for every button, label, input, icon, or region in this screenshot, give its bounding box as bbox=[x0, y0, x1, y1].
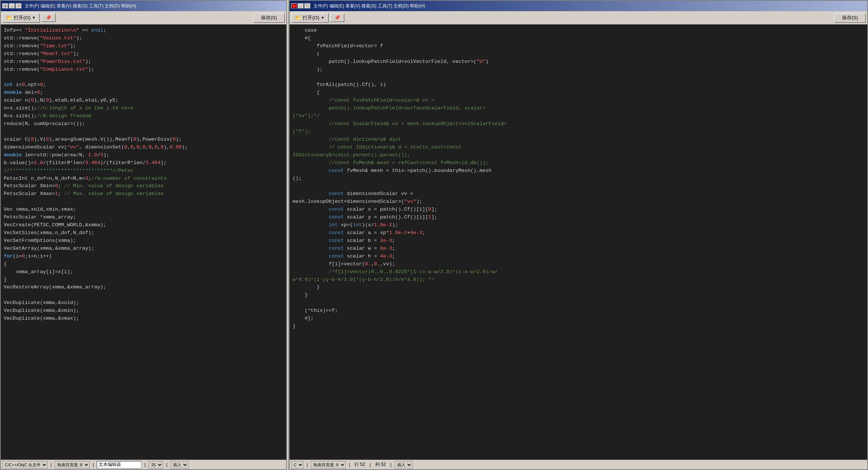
right-editor-window: ✕ _ □ 文件(F) 编辑(E) 查看(V) 搜索(S) 工具(T) 文档(D… bbox=[289, 0, 868, 470]
open-label-right: 打开(O) bbox=[303, 15, 319, 21]
left-title-bar: ✕ _ □ 文件(F) 编辑(E) 查看(V) 搜索(S) 工具(T) 文档(D… bbox=[1, 1, 286, 11]
separator2-right: | bbox=[347, 462, 351, 467]
insert-select-right[interactable]: 插入 bbox=[395, 461, 412, 469]
left-window-controls: ✕ _ □ bbox=[2, 3, 22, 9]
right-toolbar: 📂 打开(O) ▼ 📌 保存(S) bbox=[290, 11, 867, 25]
linenum-select-left[interactable]: 25 bbox=[149, 461, 163, 469]
tabwidth-select-right[interactable]: 制表符宽度: 8 bbox=[311, 461, 346, 469]
tooltip-box-left: 文本编辑器 bbox=[97, 461, 141, 469]
left-toolbar: 📂 打开(O) ▼ 📌 保存(S) bbox=[1, 11, 286, 25]
separator1-left: | bbox=[49, 462, 53, 467]
col-label-right: 列 52 bbox=[374, 461, 387, 468]
save-label-right: 保存(S) bbox=[842, 15, 858, 21]
open-dropdown-icon-left[interactable]: ▼ bbox=[32, 16, 36, 20]
line-label-right: 行 52 bbox=[353, 461, 367, 468]
left-menu-bar-title: 文件(F) 编辑(E) 查看(V) 搜索(S) 工具(T) 文档(D) 帮助(H… bbox=[25, 3, 285, 9]
separator2-left: | bbox=[91, 462, 95, 467]
right-menu-bar-title: 文件(F) 编辑(E) 查看(V) 搜索(S) 工具(T) 文档(D) 帮助(H… bbox=[313, 3, 866, 9]
right-window-controls: ✕ _ □ bbox=[291, 3, 310, 9]
left-status-bar: C/C++/ObjC 头文件 | 制表符宽度: 8 | 文本编辑器 | 25 |… bbox=[1, 460, 286, 469]
left-code-editor[interactable]: Info<< "Initialization\n" << endl; std::… bbox=[1, 25, 286, 460]
left-editor-window: ✕ _ □ 文件(F) 编辑(E) 查看(V) 搜索(S) 工具(T) 文档(D… bbox=[0, 0, 287, 470]
separator4-left: | bbox=[165, 462, 169, 467]
tooltip-text-left: 文本编辑器 bbox=[99, 461, 121, 468]
open-icon-left: 📂 bbox=[6, 15, 12, 20]
save-button-right[interactable]: 保存(S) bbox=[834, 13, 866, 23]
open-button-right[interactable]: 📂 打开(O) ▼ bbox=[291, 13, 329, 23]
right-status-bar: C | 制表符宽度: 8 | 行 52 | 列 52 | 插入 bbox=[290, 460, 867, 469]
separator3-left: | bbox=[143, 462, 147, 467]
tabwidth-select-left[interactable]: 制表符宽度: 8 bbox=[55, 461, 90, 469]
pin-button-left[interactable]: 📌 bbox=[41, 13, 55, 22]
open-label-left: 打开(O) bbox=[14, 15, 31, 21]
close-button-right[interactable]: ✕ bbox=[291, 3, 297, 9]
maximize-button-right[interactable]: □ bbox=[304, 3, 310, 9]
right-title-bar: ✕ _ □ 文件(F) 编辑(E) 查看(V) 搜索(S) 工具(T) 文档(D… bbox=[290, 1, 867, 11]
insert-select-left[interactable]: 插入 bbox=[170, 461, 188, 469]
filetype-select-right[interactable]: C bbox=[291, 461, 304, 469]
open-dropdown-icon-right[interactable]: ▼ bbox=[321, 16, 325, 20]
save-button-left[interactable]: 保存(S) bbox=[253, 13, 285, 23]
pin-button-right[interactable]: 📌 bbox=[330, 13, 344, 22]
minimize-button-right[interactable]: _ bbox=[298, 3, 304, 9]
separator3-right: | bbox=[368, 462, 372, 467]
minimize-button-left[interactable]: _ bbox=[9, 3, 15, 9]
open-button-left[interactable]: 📂 打开(O) ▼ bbox=[2, 13, 40, 23]
separator4-right: | bbox=[389, 462, 393, 467]
separator1-right: | bbox=[305, 462, 309, 467]
right-code-editor[interactable]: case #{ fvPatchField<vector> f ( patch()… bbox=[290, 25, 867, 460]
close-button-left[interactable]: ✕ bbox=[2, 3, 8, 9]
maximize-button-left[interactable]: □ bbox=[16, 3, 22, 9]
save-label-left: 保存(S) bbox=[261, 15, 277, 21]
filetype-select-left[interactable]: C/C++/ObjC 头文件 bbox=[2, 461, 48, 469]
open-icon-right: 📂 bbox=[295, 15, 301, 20]
